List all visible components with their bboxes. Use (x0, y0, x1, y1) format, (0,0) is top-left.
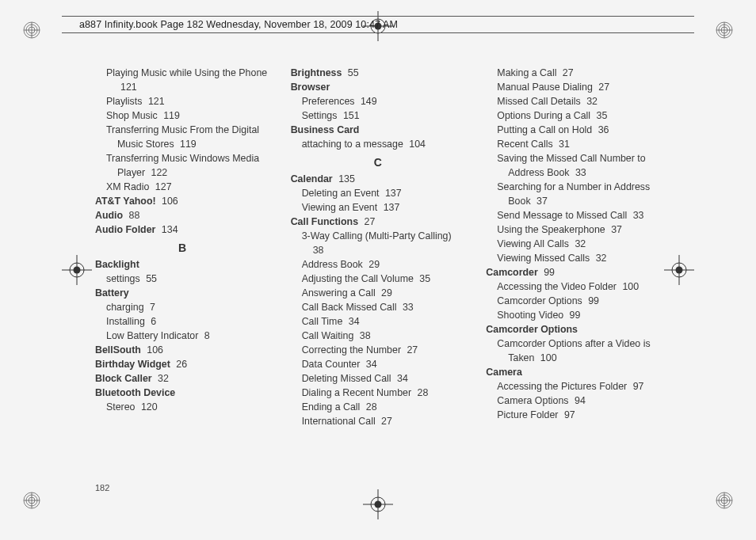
index-subentry: Viewing Missed Calls 32 (486, 252, 661, 266)
index-subentry: Shooting Video 99 (486, 309, 661, 323)
index-entry-text: Battery (95, 287, 129, 299)
index-page-ref: 27 (361, 216, 375, 227)
index-entry-text: Missed Call Details (497, 96, 580, 107)
registration-mark-icon (363, 489, 393, 519)
index-subentry: Using the Speakerphone 37 (486, 223, 661, 238)
registration-mark-icon (664, 255, 694, 285)
index-heading: Call Functions 27 (291, 215, 466, 230)
header-rule (62, 32, 694, 33)
index-page-ref: 7 (147, 302, 155, 313)
index-page-ref: 35 (417, 273, 430, 284)
index-column-2: Brightness 55BrowserPreferences 149Setti… (291, 67, 466, 473)
index-subentry: Call Time 34 (291, 315, 466, 329)
index-subentry: Transferring Music Windows Media Player … (95, 152, 270, 181)
index-page-ref: 135 (336, 173, 355, 184)
index-subentry: Address Book 29 (291, 258, 466, 272)
index-entry-text: Brightness (291, 67, 342, 78)
registration-swirl-icon (22, 21, 41, 40)
index-entry-text: settings (106, 273, 140, 284)
index-entry-text: charging (106, 302, 144, 313)
index-subentry: Accessing the Pictures Folder 97 (486, 380, 661, 394)
index-page-ref: 34 (395, 373, 408, 384)
index-entry-text: Picture Folder (497, 409, 558, 420)
registration-swirl-icon (715, 21, 734, 40)
index-heading: AT&T Yahoo! 106 (95, 195, 270, 209)
index-page-ref: 100 (620, 281, 639, 292)
index-subentry: Deleting an Event 137 (291, 187, 466, 201)
index-heading: Bluetooth Device (95, 386, 270, 401)
index-entry-text: Playing Music while Using the Phone (106, 67, 267, 78)
index-heading: Camcorder 99 (486, 266, 661, 280)
index-column-3: Making a Call 27Manual Pause Dialing 27M… (486, 67, 661, 473)
index-entry-text: Camcorder Options after a Video is Taken (497, 338, 650, 363)
index-page-ref: 121 (145, 96, 164, 107)
index-heading: Calendar 135 (291, 173, 466, 187)
index-entry-text: Recent Calls (497, 139, 552, 150)
index-entry-text: Shooting Video (497, 310, 563, 321)
index-subentry: Camcorder Options 99 (486, 295, 661, 309)
index-page-ref: 151 (340, 110, 359, 121)
index-page-ref: 33 (572, 167, 586, 178)
index-entry-text: Options During a Call (497, 110, 590, 121)
index-subentry: Saving the Missed Call Number to Address… (486, 152, 661, 181)
index-subentry: Transferring Music From the Digital Musi… (95, 124, 270, 152)
index-page-ref: 32 (572, 238, 586, 249)
index-entry-text: Deleting Missed Call (302, 373, 391, 384)
index-page-ref: 33 (630, 210, 643, 221)
index-page-ref: 104 (407, 139, 426, 150)
index-subentry: Viewing All Calls 32 (486, 238, 661, 252)
index-heading: Backlight (95, 258, 270, 272)
index-page-ref: 122 (148, 167, 167, 178)
index-entry-text: Searching for a Number in Address Book (497, 181, 650, 207)
index-page-ref: 27 (596, 82, 609, 93)
index-entry-text: Making a Call (497, 67, 556, 78)
registration-swirl-icon (715, 491, 734, 510)
index-subentry: Options During a Call 35 (486, 109, 661, 124)
index-page-ref: 36 (595, 124, 609, 135)
index-entry-text: XM Radio (106, 181, 149, 192)
index-subentry: Manual Pause Dialing 27 (486, 81, 661, 95)
index-entry-text: Address Book (302, 259, 363, 270)
index-entry-text: Camcorder (486, 267, 537, 278)
index-page-ref: 97 (561, 409, 575, 420)
index-entry-text: Audio (95, 210, 123, 221)
index-subentry: attaching to a message 104 (291, 138, 466, 152)
index-heading: Battery (95, 287, 270, 301)
index-page-ref: 137 (380, 202, 399, 213)
registration-mark-icon (62, 255, 92, 285)
index-entry-text: Browser (291, 82, 330, 93)
index-page-ref: 106 (144, 344, 163, 356)
index-heading: Block Caller 32 (95, 372, 270, 386)
index-entry-text: Viewing All Calls (497, 238, 569, 249)
index-page-ref: 99 (586, 295, 599, 306)
index-page-ref: 119 (161, 110, 180, 121)
index-subentry: Shop Music 119 (95, 109, 270, 124)
index-page-ref: 32 (593, 253, 606, 264)
index-heading: Camera (486, 366, 661, 380)
index-page-ref: 119 (178, 139, 197, 150)
index-entry-text: Send Message to Missed Call (497, 210, 627, 221)
index-entry-text: 3-Way Calling (Multi-Party Calling) (302, 230, 452, 241)
index-entry-text: Manual Pause Dialing (497, 82, 593, 93)
index-entry-text: Transferring Music Windows Media Player (106, 153, 259, 178)
index-page-ref: 106 (159, 196, 178, 207)
index-entry-text: Business Card (291, 124, 360, 135)
index-subentry: Deleting Missed Call 34 (291, 372, 466, 386)
index-page-ref: 127 (152, 181, 171, 192)
index-page-ref: 27 (404, 344, 418, 356)
index-entry-text: Camcorder Options (486, 324, 578, 335)
index-entry-text: Settings (302, 110, 338, 121)
index-page-ref: 99 (541, 267, 555, 278)
index-page-ref: 94 (572, 395, 586, 406)
index-entry-text: Preferences (302, 96, 355, 107)
index-page-ref: 149 (357, 96, 376, 107)
index-entry-text: Dialing a Recent Number (302, 387, 411, 398)
index-subentry: Picture Folder 97 (486, 409, 661, 423)
index-page-ref: 38 (357, 330, 370, 341)
index-subentry: Recent Calls 31 (486, 138, 661, 152)
index-heading: Brightness 55 (291, 67, 466, 81)
index-entry-text: Backlight (95, 259, 139, 270)
index-page-ref: 29 (379, 287, 392, 299)
index-entry-text: Answering a Call (302, 287, 376, 299)
index-page-ref: 35 (594, 110, 607, 121)
